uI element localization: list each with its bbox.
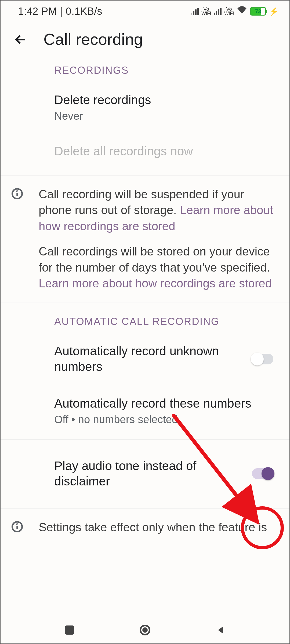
back-button[interactable] xyxy=(14,33,27,46)
arrow-left-icon xyxy=(14,33,27,46)
info-icon xyxy=(11,521,23,533)
delete-all-recordings-title: Delete all recordings now xyxy=(54,144,273,159)
delete-recordings-item[interactable]: Delete recordings Never xyxy=(1,84,289,130)
battery-pct: 73 xyxy=(255,8,261,14)
vowifi1-icon: VoWiFi xyxy=(201,7,211,16)
page-title: Call recording xyxy=(44,30,143,49)
square-icon xyxy=(65,625,74,635)
section-header-recordings: RECORDINGS xyxy=(1,65,289,84)
status-indicators: VoWiFi VoWiFi 73 ⚡ xyxy=(191,5,279,18)
info-storage-text2: Call recordings will be stored on your d… xyxy=(39,245,270,274)
auto-record-unknown-item[interactable]: Automatically record unknown numbers xyxy=(1,335,289,382)
play-tone-title: Play audio tone instead of disclaimer xyxy=(54,458,252,489)
system-navbar xyxy=(1,617,289,643)
svg-point-6 xyxy=(17,524,17,525)
auto-record-these-value: Off • no numbers selected xyxy=(54,414,273,426)
delete-recordings-value: Never xyxy=(54,110,273,122)
auto-record-these-item[interactable]: Automatically record these numbers Off •… xyxy=(1,382,289,439)
app-bar: Call recording xyxy=(1,22,289,65)
svg-point-3 xyxy=(17,191,17,192)
nav-back-button[interactable] xyxy=(214,623,227,637)
auto-record-unknown-toggle[interactable] xyxy=(252,354,273,364)
section-header-auto: AUTOMATIC CALL RECORDING xyxy=(1,302,289,335)
info-icon xyxy=(11,188,23,200)
info-storage: Call recording will be suspended if your… xyxy=(1,175,289,302)
signal-sim2-icon xyxy=(214,7,222,15)
info-availability: Settings take effect only when the featu… xyxy=(1,508,289,535)
status-bar: 1:42 PM | 0.1KB/s VoWiFi VoWiFi 73 ⚡ xyxy=(1,1,289,22)
status-time: 1:42 PM | 0.1KB/s xyxy=(18,6,102,17)
circle-icon xyxy=(140,625,150,635)
nav-recents-button[interactable] xyxy=(63,623,76,637)
play-tone-item[interactable]: Play audio tone instead of disclaimer xyxy=(1,440,289,508)
auto-record-these-title: Automatically record these numbers xyxy=(54,396,273,411)
nav-home-button[interactable] xyxy=(138,623,152,637)
wifi-icon xyxy=(237,5,247,18)
vowifi2-icon: VoWiFi xyxy=(224,7,234,16)
info-availability-text: Settings take effect only when the featu… xyxy=(39,521,267,534)
auto-record-unknown-title: Automatically record unknown numbers xyxy=(54,343,252,374)
signal-sim1-icon xyxy=(191,7,199,15)
delete-recordings-title: Delete recordings xyxy=(54,92,273,108)
play-tone-toggle[interactable] xyxy=(252,468,273,479)
triangle-left-icon xyxy=(215,625,226,635)
info-storage-link2[interactable]: Learn more about how recordings are stor… xyxy=(39,277,272,290)
charging-icon: ⚡ xyxy=(269,7,279,16)
battery-icon: 73 xyxy=(250,7,266,16)
delete-all-recordings-item[interactable]: Delete all recordings now xyxy=(1,130,289,175)
